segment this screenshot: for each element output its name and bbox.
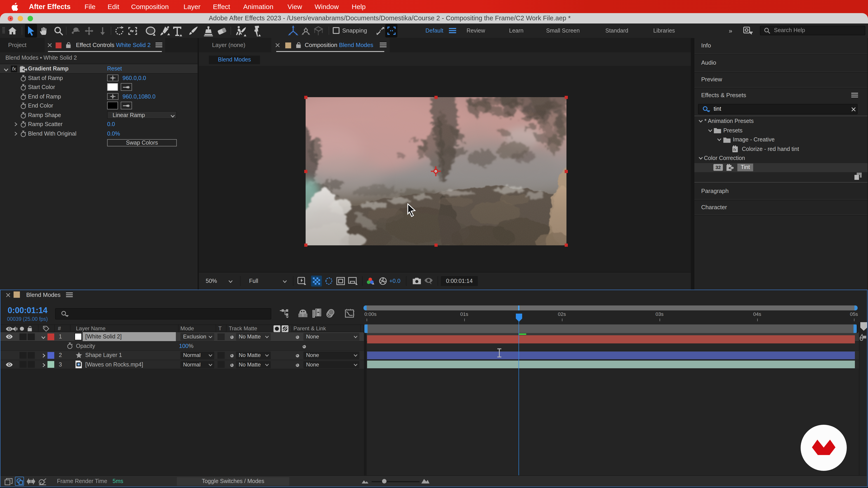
svg-text:fx: fx	[733, 148, 737, 152]
